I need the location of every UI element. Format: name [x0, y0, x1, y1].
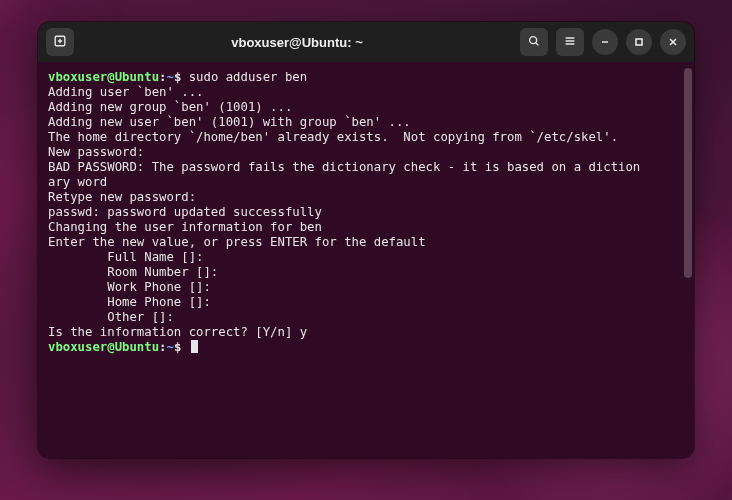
- search-icon: [527, 33, 541, 52]
- prompt-path: ~: [166, 70, 173, 84]
- output-line: Retype new password:: [48, 190, 196, 204]
- output-line: ary word: [48, 175, 107, 189]
- output-line: Room Number []:: [48, 265, 218, 279]
- svg-line-4: [536, 42, 539, 45]
- output-line: Home Phone []:: [48, 295, 211, 309]
- new-tab-button[interactable]: [46, 28, 74, 56]
- output-line: Adding new group `ben' (1001) ...: [48, 100, 292, 114]
- prompt-path: ~: [166, 340, 173, 354]
- output-line: Other []:: [48, 310, 174, 324]
- output-line: New password:: [48, 145, 144, 159]
- svg-rect-9: [636, 39, 642, 45]
- command-text: sudo adduser ben: [189, 70, 307, 84]
- output-line: Adding new user `ben' (1001) with group …: [48, 115, 411, 129]
- titlebar[interactable]: vboxuser@Ubuntu: ~: [38, 22, 694, 62]
- new-tab-icon: [53, 33, 67, 52]
- terminal-window: vboxuser@Ubuntu: ~: [38, 22, 694, 458]
- prompt-symbol: $: [174, 340, 181, 354]
- prompt-symbol: $: [174, 70, 181, 84]
- output-line: Is the information correct? [Y/n] y: [48, 325, 307, 339]
- window-title: vboxuser@Ubuntu: ~: [82, 35, 512, 50]
- cursor: [191, 340, 198, 353]
- maximize-icon: [633, 33, 645, 52]
- output-line: BAD PASSWORD: The password fails the dic…: [48, 160, 640, 174]
- prompt-user-host: vboxuser@Ubuntu: [48, 340, 159, 354]
- terminal-output: vboxuser@Ubuntu:~$ sudo adduser ben Addi…: [48, 70, 688, 355]
- output-line: Changing the user information for ben: [48, 220, 322, 234]
- prompt-user-host: vboxuser@Ubuntu: [48, 70, 159, 84]
- output-line: Enter the new value, or press ENTER for …: [48, 235, 426, 249]
- output-line: The home directory `/home/ben' already e…: [48, 130, 618, 144]
- output-line: Full Name []:: [48, 250, 203, 264]
- close-icon: [667, 33, 679, 52]
- scrollbar[interactable]: [684, 68, 692, 278]
- output-line: Work Phone []:: [48, 280, 211, 294]
- maximize-button[interactable]: [626, 29, 652, 55]
- minimize-icon: [599, 33, 611, 52]
- output-line: Adding user `ben' ...: [48, 85, 203, 99]
- output-line: passwd: password updated successfully: [48, 205, 322, 219]
- hamburger-menu-button[interactable]: [556, 28, 584, 56]
- search-button[interactable]: [520, 28, 548, 56]
- close-button[interactable]: [660, 29, 686, 55]
- terminal-body[interactable]: vboxuser@Ubuntu:~$ sudo adduser ben Addi…: [38, 62, 694, 458]
- hamburger-icon: [563, 33, 577, 52]
- minimize-button[interactable]: [592, 29, 618, 55]
- svg-point-3: [530, 36, 537, 43]
